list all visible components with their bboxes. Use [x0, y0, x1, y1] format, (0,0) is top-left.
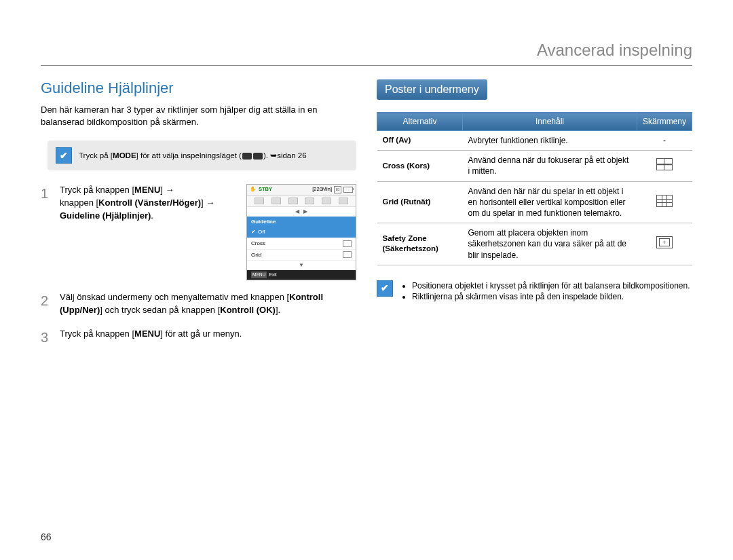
battery-icon	[343, 187, 353, 193]
screen-mini-icon	[255, 198, 264, 204]
opt-desc: Använd den här när du spelar in ett obje…	[463, 181, 637, 223]
left-column: Guideline Hjälplinjer Den här kameran ha…	[41, 79, 356, 358]
opt-icon-cell	[637, 151, 692, 181]
tip-info-icon: ✔	[377, 280, 393, 297]
table-row: Cross (Kors) Använd denna när du fokuser…	[377, 151, 692, 181]
check-icon: ✔	[251, 229, 256, 235]
t: Tryck på knappen [	[60, 329, 134, 339]
cross-mini-icon	[343, 240, 352, 247]
menu-option-cross: Cross	[247, 238, 356, 250]
note-text: Tryck på [MODE] för att välja inspelning…	[79, 151, 307, 160]
screen-mini-icon	[271, 198, 281, 204]
t: MENU	[134, 329, 160, 339]
screen-mini-icon	[322, 198, 331, 204]
page: Avancerad inspelning Guideline Hjälplinj…	[0, 0, 733, 560]
step-1-text: Tryck på knappen [MENU] → knappen [Kontr…	[60, 184, 241, 223]
opt-icon-cell	[637, 181, 692, 223]
exit-label: Exit	[269, 272, 277, 278]
camera-screen-illustration: ✋ STBY [220Min] ⊡	[246, 184, 356, 280]
note-page-ref: sidan 26	[277, 151, 306, 160]
step-1: Tryck på knappen [MENU] → knappen [Kontr…	[41, 184, 356, 280]
menu-bottom-bar: MENU Exit	[247, 270, 356, 280]
steps-list: Tryck på knappen [MENU] → knappen [Kontr…	[41, 184, 356, 347]
note-seg: Tryck på [	[79, 151, 113, 160]
options-table: Alternativ Innehåll Skärmmeny Off (Av) A…	[377, 112, 692, 265]
arrow-right-icon: →	[206, 198, 214, 208]
menu-option-off: ✔Off	[247, 227, 356, 238]
page-ref-arrow-icon: ➥	[270, 151, 277, 160]
two-column-layout: Guideline Hjälplinjer Den här kameran ha…	[41, 79, 692, 358]
tips-list: Positionera objektet i krysset på riktli…	[401, 280, 690, 303]
step-3: Tryck på knappen [MENU] för att gå ur me…	[41, 328, 356, 348]
menu-title: Guideline	[247, 217, 356, 227]
right-column: Poster i undermeny Alternativ Innehåll S…	[377, 79, 692, 358]
step-3-text: Tryck på knappen [MENU] för att gå ur me…	[60, 328, 356, 348]
grid-mini-icon	[343, 251, 352, 258]
page-number: 66	[41, 531, 52, 542]
video-mode-icon	[242, 153, 252, 160]
t: Grid	[251, 251, 261, 259]
cross-guideline-icon	[656, 158, 673, 170]
tip-item: Positionera objektet i krysset på riktli…	[412, 280, 690, 292]
t: ] för att gå ur menyn.	[160, 329, 242, 339]
th-alternativ: Alternativ	[377, 113, 463, 131]
t: Kontroll (Vänster/Höger)	[98, 198, 201, 208]
screen-icon-row	[247, 195, 356, 207]
opt-name: Safety Zone (Säkerhetszon)	[377, 223, 463, 265]
table-row: Grid (Rutnät) Använd den här när du spel…	[377, 181, 692, 223]
t: Off	[258, 229, 265, 235]
t: ].	[276, 305, 280, 315]
submenu-header: Poster i undermeny	[377, 79, 487, 100]
opt-desc: Avbryter funktionen riktlinje.	[463, 131, 637, 151]
table-row: Off (Av) Avbryter funktionen riktlinje. …	[377, 131, 692, 151]
step-2: Välj önskad undermeny och menyalternativ…	[41, 291, 356, 317]
opt-name: Cross (Kors)	[377, 151, 463, 181]
t: .	[151, 210, 153, 221]
screen-mini-icon	[305, 198, 314, 204]
opt-name: Off (Av)	[377, 131, 463, 151]
t: MENU	[134, 185, 160, 195]
tip-item: Riktlinjerna på skärmen visas inte på de…	[412, 291, 690, 303]
table-row: Safety Zone (Säkerhetszon) Genom att pla…	[377, 223, 692, 265]
step-2-text: Välj önskad undermeny och menyalternativ…	[60, 291, 356, 317]
photo-mode-icon	[253, 153, 263, 160]
arrow-right-icon: →	[166, 185, 174, 195]
chapter-header: Avancerad inspelning	[41, 41, 692, 66]
t: Cross	[251, 240, 265, 248]
time-remaining: [220Min]	[312, 186, 332, 193]
menu-nav-arrows: ◀ ▶	[247, 207, 356, 217]
screen-mini-icon	[288, 198, 298, 204]
opt-icon-cell: -	[637, 131, 692, 151]
note-mode: MODE	[113, 151, 136, 160]
stby-label: STBY	[259, 186, 272, 193]
screen-status-bar: ✋ STBY [220Min] ⊡	[247, 185, 356, 195]
th-skarmmeny: Skärmmeny	[637, 113, 692, 131]
note-seg: ).	[263, 151, 270, 160]
tips-block: ✔ Positionera objektet i krysset på rikt…	[377, 280, 692, 303]
opt-icon-cell	[637, 223, 692, 265]
mode-note: ✔ Tryck på [MODE] för att välja inspelni…	[48, 141, 356, 170]
grid-guideline-icon	[656, 195, 673, 207]
menu-down-arrow: ▼	[247, 261, 356, 270]
t: Välj önskad undermeny och menyalternativ…	[60, 292, 289, 302]
note-check-icon: ✔	[56, 147, 72, 164]
t: knappen [	[60, 198, 98, 208]
menu-badge: MENU	[251, 272, 267, 278]
opt-name: Grid (Rutnät)	[377, 181, 463, 223]
t: ]	[160, 185, 165, 195]
section-title: Guideline Hjälplinjer	[41, 79, 356, 97]
note-seg: ] för att välja inspelningsläget (	[136, 151, 242, 160]
t: Kontroll (OK)	[220, 305, 276, 315]
opt-desc: Använd denna när du fokuserar på ett obj…	[463, 151, 637, 181]
t: ] och tryck sedan på knappen [	[100, 305, 220, 315]
t: Guideline (Hjälplinjer)	[60, 210, 151, 221]
th-innehall: Innehåll	[463, 113, 637, 131]
intro-text: Den här kameran har 3 typer av riktlinje…	[41, 104, 356, 128]
card-icon: ⊡	[334, 186, 341, 193]
menu-option-grid: Grid	[247, 250, 356, 261]
opt-desc: Genom att placera objekten inom säkerhet…	[463, 223, 637, 265]
hand-icon: ✋	[250, 186, 256, 193]
t: Tryck på knappen [	[60, 185, 134, 195]
safetyzone-guideline-icon	[656, 236, 673, 248]
screen-menu: ◀ ▶ Guideline ✔Off Cross	[247, 207, 356, 270]
